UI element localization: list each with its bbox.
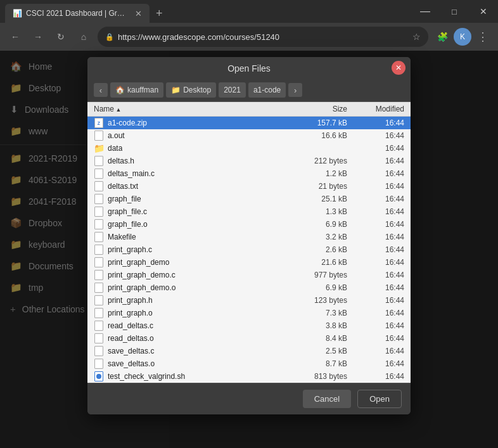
breadcrumb-a1code[interactable]: a1-code bbox=[248, 82, 286, 98]
dialog-footer: Cancel Open bbox=[87, 383, 411, 414]
file-row[interactable]: test_check_valgrind.sh 813 bytes 16:44 bbox=[87, 370, 411, 383]
file-icon bbox=[94, 333, 103, 343]
file-modified: 16:44 bbox=[347, 372, 404, 381]
file-icon bbox=[94, 131, 103, 141]
file-list: Z a1-code.zip 157.7 kB 16:44 a.out 16.6 … bbox=[87, 117, 411, 383]
file-row[interactable]: deltas.h 212 bytes 16:44 bbox=[87, 155, 411, 167]
file-name: print_graph_demo bbox=[108, 258, 169, 267]
file-row[interactable]: print_graph_demo.c 977 bytes 16:44 bbox=[87, 269, 411, 281]
file-row[interactable]: print_graph_demo.o 6.9 kB 16:44 bbox=[87, 281, 411, 294]
maximize-button[interactable]: □ bbox=[440, 0, 469, 23]
file-modified: 16:44 bbox=[347, 309, 404, 317]
dialog-close-button[interactable]: ✕ bbox=[392, 61, 405, 75]
menu-icon[interactable]: ⋮ bbox=[474, 28, 492, 46]
file-row[interactable]: graph_file.c 1.3 kB 16:44 bbox=[87, 205, 411, 218]
file-icon bbox=[94, 245, 103, 255]
cancel-button[interactable]: Cancel bbox=[303, 390, 351, 408]
file-size: 157.7 kB bbox=[284, 118, 347, 127]
folder-icon: 📁 bbox=[94, 143, 105, 153]
file-size: 1.2 kB bbox=[284, 169, 347, 178]
breadcrumb-back-button[interactable]: ‹ bbox=[94, 83, 108, 97]
file-modified: 16:44 bbox=[347, 347, 404, 355]
file-row[interactable]: print_graph.o 7.3 kB 16:44 bbox=[87, 307, 411, 319]
open-button[interactable]: Open bbox=[357, 390, 402, 408]
file-row[interactable]: Z a1-code.zip 157.7 kB 16:44 bbox=[87, 117, 411, 129]
file-modified: 16:44 bbox=[347, 233, 404, 241]
breadcrumb-desktop-label: Desktop bbox=[183, 86, 211, 94]
file-icon bbox=[94, 321, 103, 331]
file-row[interactable]: save_deltas.c 2.5 kB 16:44 bbox=[87, 345, 411, 357]
file-row[interactable]: graph_file 25.1 kB 16:44 bbox=[87, 193, 411, 205]
file-row[interactable]: print_graph.c 2.6 kB 16:44 bbox=[87, 243, 411, 256]
reload-button[interactable]: ↻ bbox=[52, 28, 70, 46]
file-name: print_graph.h bbox=[108, 296, 153, 305]
file-icon bbox=[94, 232, 103, 242]
close-button[interactable]: ✕ bbox=[469, 0, 498, 23]
column-name[interactable]: Name bbox=[94, 105, 284, 113]
file-name: data bbox=[108, 144, 122, 153]
breadcrumb-home[interactable]: 🏠 kauffman bbox=[110, 82, 163, 98]
browser-chrome: 📊 CSCI 2021 Dashboard | Grad... ✕ + — □ … bbox=[0, 0, 498, 51]
close-x-icon: ✕ bbox=[395, 63, 402, 72]
home-button[interactable]: ⌂ bbox=[75, 28, 93, 46]
file-modified: 16:44 bbox=[347, 321, 404, 330]
address-star-icon[interactable]: ☆ bbox=[412, 32, 421, 42]
file-row[interactable]: deltas.txt 21 bytes 16:44 bbox=[87, 180, 411, 193]
file-row[interactable]: graph_file.o 6.9 kB 16:44 bbox=[87, 218, 411, 231]
file-modified: 16:44 bbox=[347, 195, 404, 203]
file-size: 6.9 kB bbox=[284, 220, 347, 229]
file-size: 21 bytes bbox=[284, 182, 347, 191]
dialog-header: Open Files ✕ bbox=[87, 57, 411, 79]
file-icon bbox=[94, 308, 103, 318]
breadcrumb-forward-button[interactable]: › bbox=[288, 83, 302, 97]
file-row[interactable]: deltas_main.c 1.2 kB 16:44 bbox=[87, 167, 411, 180]
breadcrumb-2021[interactable]: 2021 bbox=[219, 82, 246, 98]
back-button[interactable]: ← bbox=[6, 28, 24, 46]
file-name: save_deltas.c bbox=[108, 347, 154, 355]
forward-button[interactable]: → bbox=[29, 28, 47, 46]
tab-close-icon[interactable]: ✕ bbox=[135, 9, 142, 18]
file-name: print_graph.o bbox=[108, 309, 153, 317]
column-modified[interactable]: Modified bbox=[347, 105, 404, 113]
file-icon bbox=[94, 194, 103, 204]
file-name: Makefile bbox=[108, 233, 136, 241]
file-row[interactable]: read_deltas.c 3.8 kB 16:44 bbox=[87, 319, 411, 332]
file-name: save_deltas.o bbox=[108, 359, 155, 368]
new-tab-button[interactable]: + bbox=[150, 7, 169, 23]
file-row[interactable]: 📁 data 16:44 bbox=[87, 142, 411, 155]
active-tab[interactable]: 📊 CSCI 2021 Dashboard | Grad... ✕ bbox=[5, 4, 150, 23]
file-row[interactable]: save_deltas.o 8.7 kB 16:44 bbox=[87, 357, 411, 370]
file-modified: 16:44 bbox=[347, 131, 404, 140]
file-row[interactable]: print_graph_demo 21.6 kB 16:44 bbox=[87, 256, 411, 269]
file-name: read_deltas.c bbox=[108, 321, 153, 330]
file-name: read_deltas.o bbox=[108, 334, 154, 343]
tab-title: CSCI 2021 Dashboard | Grad... bbox=[26, 9, 127, 18]
file-size: 8.4 kB bbox=[284, 334, 347, 343]
file-row[interactable]: a.out 16.6 kB 16:44 bbox=[87, 129, 411, 142]
extensions-icon[interactable]: 🧩 bbox=[433, 28, 451, 46]
file-row[interactable]: read_deltas.o 8.4 kB 16:44 bbox=[87, 332, 411, 345]
file-size: 212 bytes bbox=[284, 157, 347, 165]
file-size: 1.3 kB bbox=[284, 207, 347, 216]
file-name: deltas_main.c bbox=[108, 169, 155, 178]
file-size: 21.6 kB bbox=[284, 258, 347, 267]
file-modified: 16:44 bbox=[347, 283, 404, 292]
address-bar[interactable]: 🔒 https://www.gradescope.com/courses/512… bbox=[98, 27, 428, 47]
column-size[interactable]: Size bbox=[284, 105, 347, 113]
file-row[interactable]: print_graph.h 123 bytes 16:44 bbox=[87, 294, 411, 307]
address-lock-icon: 🔒 bbox=[105, 33, 114, 41]
file-name: a.out bbox=[108, 131, 125, 140]
file-modified: 16:44 bbox=[347, 334, 404, 343]
user-account-icon[interactable]: K bbox=[454, 28, 471, 46]
minimize-button[interactable]: — bbox=[411, 0, 440, 23]
file-size: 25.1 kB bbox=[284, 195, 347, 203]
breadcrumb-home-icon: 🏠 bbox=[115, 86, 125, 94]
file-name: deltas.h bbox=[108, 157, 134, 165]
file-row[interactable]: Makefile 3.2 kB 16:44 bbox=[87, 231, 411, 243]
breadcrumb-bar: ‹ 🏠 kauffman 📁 Desktop 2021 a1-code › bbox=[87, 79, 411, 102]
file-list-container: Name Size Modified Z a1-code.zip 157.7 k… bbox=[87, 102, 411, 383]
file-size: 123 bytes bbox=[284, 296, 347, 305]
file-modified: 16:44 bbox=[347, 258, 404, 267]
script-icon bbox=[94, 371, 103, 381]
breadcrumb-desktop[interactable]: 📁 Desktop bbox=[166, 82, 216, 98]
